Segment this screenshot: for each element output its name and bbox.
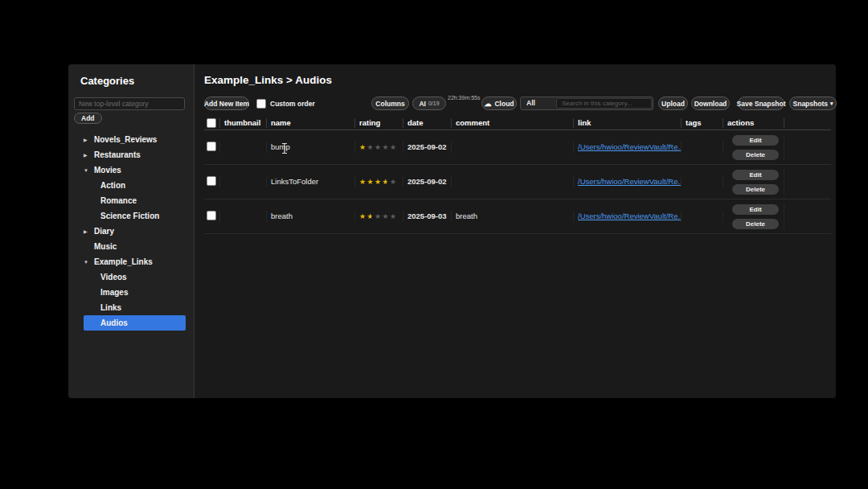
sidebar-item-action[interactable]: Action	[84, 178, 186, 193]
sidebar-item-example-links[interactable]: ▼Example_Links	[84, 254, 186, 269]
item-link[interactable]: /Users/hwioo/ReviewVault/Re...	[578, 177, 682, 186]
sidebar-item-restaurants[interactable]: ▶Restaurants	[84, 147, 186, 162]
edit-button[interactable]: Edit	[732, 204, 779, 215]
rating-cell[interactable]: ★★★★★★	[355, 176, 403, 187]
add-category-button[interactable]: Add	[74, 113, 102, 124]
sidebar-item-diary[interactable]: ▶Diary	[84, 224, 186, 239]
table-row: bump★★★★★2025-09-02/Users/hwioo/ReviewVa…	[204, 130, 831, 165]
save-snapshot-button[interactable]: Save Snapshot	[738, 97, 784, 110]
sidebar-item-label: Videos	[100, 273, 127, 281]
thumbnail-cell	[220, 211, 267, 222]
breadcrumb: Example_Links > Audios	[204, 74, 332, 86]
column-header-date: date	[403, 118, 452, 128]
rating-cell[interactable]: ★★★★★★	[355, 211, 403, 222]
star-icon: ★	[359, 211, 367, 222]
star-icon: ★	[375, 211, 383, 222]
star-icon: ★	[367, 142, 375, 153]
star-icon: ★	[390, 211, 398, 222]
comment-cell	[452, 176, 574, 187]
actions-cell: EditDelete	[723, 134, 784, 160]
table-header: thumbnailnameratingdatecommentlinktagsac…	[204, 116, 831, 130]
sidebar-item-label: Music	[94, 242, 117, 251]
star-icon: ★	[383, 142, 391, 153]
name-cell: LinksToFolder	[267, 176, 355, 187]
search-input[interactable]	[556, 98, 652, 109]
sidebar-item-music[interactable]: Music	[84, 239, 186, 254]
sidebar-item-label: Example_Links	[94, 257, 153, 266]
chevron-down-icon[interactable]: ▼	[84, 168, 94, 173]
select-all-checkbox[interactable]	[207, 118, 216, 128]
date-cell: 2025-09-02	[403, 142, 452, 153]
column-header-actions: actions	[723, 118, 784, 128]
edit-button[interactable]: Edit	[732, 135, 779, 146]
row-checkbox[interactable]	[207, 211, 216, 220]
edit-button[interactable]: Edit	[732, 170, 779, 180]
column-header-rating: rating	[355, 118, 403, 128]
sidebar-item-science-fiction[interactable]: Science Fiction	[84, 208, 186, 224]
sidebar-item-label: Diary	[94, 227, 114, 236]
download-button[interactable]: Download	[691, 97, 730, 110]
star-icon: ★	[375, 176, 383, 187]
star-icon: ★	[375, 142, 383, 153]
snapshots-label: Snapshots	[793, 100, 828, 108]
tags-cell	[682, 176, 723, 187]
sidebar-item-links[interactable]: Links	[84, 300, 186, 315]
link-cell: /Users/hwioo/ReviewVault/Re...	[574, 211, 682, 222]
chevron-right-icon[interactable]: ▶	[84, 228, 94, 234]
sidebar-item-videos[interactable]: Videos	[84, 269, 186, 285]
chevron-down-icon[interactable]: ▼	[84, 260, 94, 265]
chevron-right-icon[interactable]: ▶	[84, 137, 94, 142]
sidebar-item-movies[interactable]: ▼Movies	[84, 162, 186, 178]
sidebar-item-label: Action	[100, 181, 125, 190]
sidebar-item-label: Novels_Reviews	[94, 135, 157, 144]
name-cell: breath	[267, 211, 355, 222]
upload-button[interactable]: Upload	[658, 97, 688, 110]
star-icon: ★	[390, 176, 398, 187]
items-table: thumbnailnameratingdatecommentlinktagsac…	[204, 116, 831, 234]
new-category-input[interactable]	[74, 97, 185, 110]
column-header-comment: comment	[452, 118, 574, 128]
snapshots-dropdown-button[interactable]: Snapshots ▾	[789, 97, 837, 110]
chevron-right-icon[interactable]: ▶	[84, 152, 94, 158]
link-cell: /Users/hwioo/ReviewVault/Re...	[574, 176, 682, 187]
sidebar-item-label: Science Fiction	[100, 212, 159, 220]
ai-label: AI	[419, 100, 426, 108]
column-header-tags: tags	[682, 118, 723, 128]
item-link[interactable]: /Users/hwioo/ReviewVault/Re...	[578, 212, 682, 220]
star-icon: ★	[359, 142, 367, 153]
delete-button[interactable]: Delete	[732, 219, 779, 229]
rating-cell[interactable]: ★★★★★	[355, 142, 403, 153]
column-header-thumbnail: thumbnail	[220, 118, 267, 128]
columns-button[interactable]: Columns	[371, 97, 409, 110]
comment-cell	[452, 142, 574, 153]
row-checkbox[interactable]	[207, 176, 216, 186]
row-select-cell	[204, 142, 220, 153]
sidebar-item-label: Restaurants	[94, 150, 141, 159]
custom-order-control: Custom order	[256, 97, 315, 110]
table-body: bump★★★★★2025-09-02/Users/hwioo/ReviewVa…	[204, 130, 831, 234]
sidebar-item-label: Romance	[100, 196, 137, 205]
sidebar-item-romance[interactable]: Romance	[84, 193, 186, 208]
item-link[interactable]: /Users/hwioo/ReviewVault/Re...	[578, 142, 682, 151]
cloud-button[interactable]: ☁ Cloud	[481, 97, 517, 110]
column-header-link: link	[574, 118, 682, 128]
main-panel: Example_Links > Audios Add New Item Cust…	[194, 64, 836, 398]
app-window: Categories Add ▶Novels_Reviews▶Restauran…	[68, 64, 836, 398]
sidebar-item-label: Audios	[100, 318, 128, 327]
link-cell: /Users/hwioo/ReviewVault/Re...	[574, 142, 682, 153]
add-new-item-button[interactable]: Add New Item	[204, 97, 249, 110]
sidebar-item-images[interactable]: Images	[84, 285, 186, 300]
delete-button[interactable]: Delete	[732, 150, 779, 160]
ai-button[interactable]: AI 0/19	[412, 97, 446, 110]
delete-button[interactable]: Delete	[732, 184, 779, 195]
tags-cell	[682, 211, 723, 222]
custom-order-label: Custom order	[270, 100, 315, 108]
sidebar-item-audios[interactable]: Audios	[84, 315, 186, 331]
sidebar-item-novels-reviews[interactable]: ▶Novels_Reviews	[84, 132, 186, 147]
filter-dropdown[interactable]: All	[526, 97, 535, 109]
table-row: LinksToFolder★★★★★★2025-09-02/Users/hwio…	[204, 165, 831, 199]
date-cell: 2025-09-02	[403, 176, 452, 187]
thumbnail-cell	[220, 176, 267, 187]
row-checkbox[interactable]	[207, 142, 216, 151]
custom-order-checkbox[interactable]	[256, 99, 266, 109]
